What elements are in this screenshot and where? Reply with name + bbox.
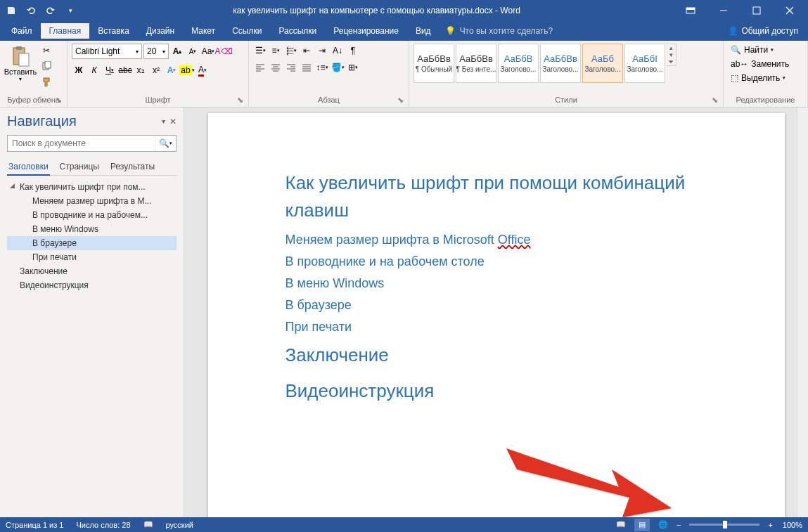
tree-item[interactable]: Меняем размер шрифта в M... [7,194,177,208]
underline-button[interactable]: Ч▾ [103,63,117,77]
web-layout-icon[interactable]: 🌐 [655,519,671,531]
spellcheck-icon[interactable]: 📖 [143,520,153,529]
tree-item[interactable]: Как увеличить шрифт при пом... [7,180,177,194]
qat-customize-icon[interactable]: ▾ [62,2,79,19]
superscript-button[interactable]: x² [149,63,163,77]
minimize-icon[interactable] [707,1,739,20]
tab-insert[interactable]: Вставка [89,23,138,39]
align-left-icon[interactable] [253,60,267,74]
status-wordcount[interactable]: Число слов: 28 [76,521,130,529]
zoom-out-icon[interactable]: − [676,521,681,529]
tell-me-input[interactable]: 💡 Что вы хотите сделать? [440,26,559,36]
style-item-2[interactable]: АаБбВЗаголово... [498,44,539,83]
style-item-3[interactable]: АаБбВвЗаголово... [540,44,581,83]
numbering-icon[interactable]: ≡▾ [269,44,283,58]
search-input[interactable] [8,136,155,151]
tab-review[interactable]: Рецензирование [325,23,407,39]
status-page[interactable]: Страница 1 из 1 [6,521,63,529]
nav-tab-pages[interactable]: Страницы [58,159,101,175]
align-center-icon[interactable] [269,60,283,74]
read-mode-icon[interactable]: 📖 [613,519,629,531]
sort-icon[interactable]: A↓ [331,44,345,58]
highlight-icon[interactable]: ab▾ [180,63,194,77]
tab-mailings[interactable]: Рассылки [270,23,325,39]
close-icon[interactable] [774,1,805,20]
svg-rect-3 [753,7,760,14]
tree-item[interactable]: В меню Windows [7,222,177,236]
grow-font-icon[interactable]: A▴ [170,44,184,58]
decrease-indent-icon[interactable]: ⇤ [300,44,314,58]
select-button[interactable]: ⬚Выделить▾ [728,72,792,84]
shrink-font-icon[interactable]: A▾ [186,44,200,58]
line-spacing-icon[interactable]: ↕≡▾ [315,60,329,74]
nav-tab-results[interactable]: Результаты [109,159,156,175]
search-icon[interactable]: 🔍▾ [155,136,176,151]
tab-home[interactable]: Главная [41,23,90,39]
tab-view[interactable]: Вид [407,23,440,39]
text-effects-icon[interactable]: A▾ [165,63,179,77]
vertical-scrollbar[interactable] [797,108,808,517]
share-button[interactable]: 👤 Общий доступ [721,23,805,39]
tab-references[interactable]: Ссылки [224,23,270,39]
redo-icon[interactable] [42,2,59,19]
zoom-level[interactable]: 100% [783,521,802,529]
show-marks-icon[interactable]: ¶ [346,44,360,58]
italic-button[interactable]: К [87,63,101,77]
tab-design[interactable]: Дизайн [138,23,183,39]
tree-item[interactable]: При печати [7,250,177,264]
styles-expand: ▴ ▾ ⏷ [667,44,676,66]
increase-indent-icon[interactable]: ⇥ [315,44,329,58]
format-painter-icon[interactable] [39,74,53,89]
tree-item[interactable]: Заключение [7,264,177,278]
undo-icon[interactable] [23,2,39,19]
styles-up-icon[interactable]: ▴ [667,44,676,51]
font-color-icon[interactable]: A▾ [195,63,210,77]
zoom-slider[interactable] [689,524,759,526]
bullets-icon[interactable]: ☰▾ [253,44,267,58]
tab-layout[interactable]: Макет [183,23,224,39]
replace-button[interactable]: ab↔Заменить [728,58,792,70]
find-button[interactable]: 🔍Найти▾ [728,44,792,56]
style-item-4[interactable]: АаБбЗаголово... [582,44,623,83]
zoom-in-icon[interactable]: + [768,521,772,529]
font-size-select[interactable]: 20▾ [143,44,169,59]
change-case-icon[interactable]: Aa▾ [201,44,215,58]
ribbon-options-icon[interactable] [674,1,706,20]
tab-file[interactable]: Файл [3,23,41,39]
multilevel-icon[interactable]: ⬱▾ [284,44,298,58]
borders-icon[interactable]: ⊞▾ [346,60,360,74]
cut-icon[interactable]: ✂ [39,44,53,58]
bold-button[interactable]: Ж [72,63,86,77]
tree-item[interactable]: В браузере [7,236,177,250]
style-item-1[interactable]: АаБбВв¶ Без инте... [456,44,496,83]
font-launcher-icon[interactable]: ⬊ [236,96,244,104]
maximize-icon[interactable] [740,1,772,20]
styles-launcher-icon[interactable]: ⬊ [710,96,719,104]
copy-icon[interactable] [39,59,53,73]
shading-icon[interactable]: 🪣▾ [331,60,345,74]
save-icon[interactable] [3,2,20,19]
doc-heading-2e: При печати [286,320,714,335]
doc-heading-2d: В браузере [286,298,714,313]
clear-formatting-icon[interactable]: A⌫ [217,44,231,58]
justify-icon[interactable] [300,60,314,74]
clipboard-launcher-icon[interactable]: ⬊ [54,96,63,104]
tree-item[interactable]: Видеоинструкция [7,278,177,292]
styles-down-icon[interactable]: ▾ [667,51,676,58]
styles-more-icon[interactable]: ⏷ [667,58,676,65]
page[interactable]: Как увеличить шрифт при помощи комбинаци… [208,113,785,517]
nav-tab-headings[interactable]: Заголовки [7,159,50,176]
font-name-select[interactable]: Calibri Light▾ [72,44,142,59]
paste-button[interactable]: Вставить ▾ [4,44,37,82]
status-language[interactable]: русский [166,521,193,529]
style-item-0[interactable]: АаБбВв¶ Обычный [413,44,454,83]
nav-close-icon[interactable]: ✕ [169,117,177,126]
align-right-icon[interactable] [284,60,298,74]
nav-menu-icon[interactable]: ▾ [162,117,165,125]
tree-item[interactable]: В проводнике и на рабочем... [7,208,177,222]
style-item-5[interactable]: АаБбIЗаголово... [624,44,665,83]
print-layout-icon[interactable]: ▤ [634,519,650,531]
paragraph-launcher-icon[interactable]: ⬊ [396,96,404,104]
subscript-button[interactable]: x₂ [134,63,148,77]
strike-button[interactable]: abc [118,63,132,77]
